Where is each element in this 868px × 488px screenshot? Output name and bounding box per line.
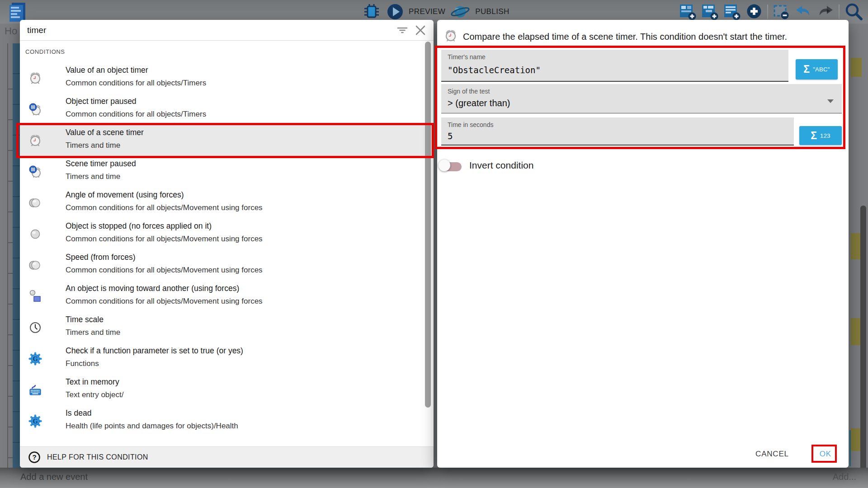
events-action-block — [851, 58, 862, 77]
condition-group-path: Timers and time — [66, 328, 120, 336]
add-button[interactable]: Add... — [833, 472, 856, 482]
time-in-seconds-value[interactable]: 5 — [448, 131, 453, 141]
alarm-clock-icon — [444, 29, 458, 42]
undo-icon[interactable] — [794, 5, 812, 19]
coins-icon — [28, 258, 42, 272]
gear-icon: G — [28, 352, 42, 366]
condition-group-path: Common conditions for all objects/Moveme… — [66, 266, 263, 274]
add-new-event-button[interactable]: Add a new event — [20, 472, 88, 482]
event-block-edge — [849, 430, 851, 466]
sign-of-test-value[interactable]: > (greater than) — [448, 98, 510, 108]
debug-icon[interactable] — [362, 2, 382, 21]
add-subevent-icon[interactable] — [701, 3, 719, 21]
timer-paused-icon — [28, 103, 42, 116]
timer-name-field[interactable]: Timer's name "ObstacleCreation" — [441, 50, 788, 82]
keyboard-icon — [28, 383, 42, 397]
close-icon[interactable] — [415, 24, 426, 36]
add-event-icon[interactable] — [679, 3, 697, 21]
filter-icon[interactable] — [396, 24, 408, 36]
publish-button[interactable]: PUBLISH — [475, 7, 509, 16]
condition-title: Angle of movement (using forces) — [66, 191, 263, 199]
condition-list-item[interactable]: An object is moving toward another (usin… — [20, 281, 434, 312]
condition-list-item[interactable]: Angle of movement (using forces) Common … — [20, 188, 434, 219]
sign-of-test-label: Sign of the test — [448, 88, 490, 95]
svg-text:G: G — [33, 418, 38, 425]
alarm-clock-icon — [28, 134, 42, 147]
invert-condition-label: Invert condition — [469, 160, 533, 171]
condition-group-path: Common conditions for all objects/Timers — [66, 79, 206, 87]
help-label: HELP FOR THIS CONDITION — [47, 453, 148, 461]
condition-group-path: Functions — [66, 360, 243, 367]
preview-button[interactable]: PREVIEW — [409, 7, 445, 16]
condition-group-path: Timers and time — [66, 173, 136, 180]
string-expression-button[interactable]: Σ "ABC" — [796, 59, 838, 80]
redo-icon[interactable] — [816, 5, 835, 19]
condition-list-item[interactable]: Text in memory Text entry object/ — [20, 375, 434, 406]
number-expression-button[interactable]: Σ 123 — [799, 126, 842, 145]
gear-icon: G — [28, 414, 42, 428]
condition-title: Time scale — [66, 316, 120, 324]
condition-list-item[interactable]: Value of a scene timer Timers and time — [20, 125, 434, 156]
timer-paused-icon — [28, 165, 42, 178]
condition-title: Value of an object timer — [66, 66, 206, 75]
search-input[interactable] — [20, 25, 396, 35]
conditions-list-scrollbar[interactable] — [425, 42, 431, 408]
coins-icon — [28, 196, 42, 210]
svg-text:G: G — [33, 356, 38, 362]
condition-title: Speed (from forces) — [66, 253, 263, 262]
add-comment-icon[interactable] — [723, 3, 741, 21]
condition-list-item[interactable]: Object is stopped (no forces applied on … — [20, 219, 434, 250]
publish-globe-icon[interactable] — [450, 3, 471, 21]
search-row — [20, 20, 434, 41]
time-in-seconds-label: Time in seconds — [448, 121, 493, 128]
condition-list-item[interactable]: G Check if a function parameter is set t… — [20, 343, 434, 375]
condition-list-item[interactable]: Scene timer paused Timers and time — [20, 156, 434, 188]
ball-icon — [28, 227, 42, 241]
timer-name-label: Timer's name — [448, 53, 486, 61]
chevron-down-icon[interactable] — [827, 97, 834, 105]
paste-icon[interactable] — [772, 3, 790, 21]
condition-title: Is dead — [66, 409, 238, 418]
condition-description-row: Compare the elapsed time of a scene time… — [444, 29, 787, 42]
sign-of-test-select[interactable]: Sign of the test > (greater than) — [441, 84, 842, 113]
condition-group-path: Common conditions for all objects/Moveme… — [66, 297, 263, 305]
clock-icon — [28, 321, 42, 334]
conditions-list: CONDITIONS Value of an object timer Comm… — [20, 41, 434, 446]
add-circle-icon[interactable] — [745, 3, 763, 21]
condition-list-item[interactable]: Object timer paused Common conditions fo… — [20, 94, 434, 125]
cancel-button[interactable]: CANCEL — [751, 447, 793, 461]
events-sheet-scrollbar[interactable] — [860, 206, 866, 488]
condition-group-path: Common conditions for all objects/Timers — [66, 110, 206, 118]
condition-list-item[interactable]: Speed (from forces) Common conditions fo… — [20, 250, 434, 281]
condition-group-path: Common conditions for all objects/Moveme… — [66, 204, 263, 211]
condition-selector-panel: CONDITIONS Value of an object timer Comm… — [20, 20, 434, 468]
alarm-clock-icon — [28, 71, 42, 85]
condition-title: Text in memory — [66, 378, 124, 386]
condition-title: An object is moving toward another (usin… — [66, 285, 263, 293]
preview-play-icon[interactable] — [386, 3, 404, 21]
invert-condition-toggle-thumb[interactable] — [439, 160, 450, 171]
search-icon[interactable] — [844, 1, 864, 22]
events-sheet-footer — [0, 468, 868, 488]
help-icon: ? — [28, 451, 41, 464]
condition-group-path: Health (life points and damages for obje… — [66, 422, 238, 430]
condition-description: Compare the elapsed time of a scene time… — [463, 29, 787, 42]
help-for-condition-button[interactable]: ? HELP FOR THIS CONDITION — [20, 446, 434, 468]
svg-text:?: ? — [32, 453, 36, 461]
condition-title: Check if a function parameter is set to … — [66, 347, 243, 355]
timer-name-value[interactable]: "ObstacleCreation" — [448, 65, 541, 75]
condition-title: Object timer paused — [66, 98, 206, 106]
dialog-actions: CANCEL OK — [751, 447, 836, 461]
ok-button[interactable]: OK — [815, 447, 836, 461]
sigma-icon: Σ — [811, 131, 817, 141]
condition-list-item[interactable]: Time scale Timers and time — [20, 312, 434, 343]
condition-title: Object is stopped (no forces applied on … — [66, 222, 263, 230]
tab-home-partial[interactable]: Ho — [5, 25, 17, 37]
time-in-seconds-field[interactable]: Time in seconds 5 — [441, 117, 794, 145]
condition-group-path: Timers and time — [66, 141, 144, 149]
condition-group-path: Text entry object/ — [66, 391, 124, 399]
condition-list-item[interactable]: Value of an object timer Common conditio… — [20, 63, 434, 94]
condition-group-path: Common conditions for all objects/Moveme… — [66, 235, 263, 243]
condition-list-item[interactable]: G Is dead Health (life points and damage… — [20, 406, 434, 437]
condition-title: Scene timer paused — [66, 160, 136, 168]
